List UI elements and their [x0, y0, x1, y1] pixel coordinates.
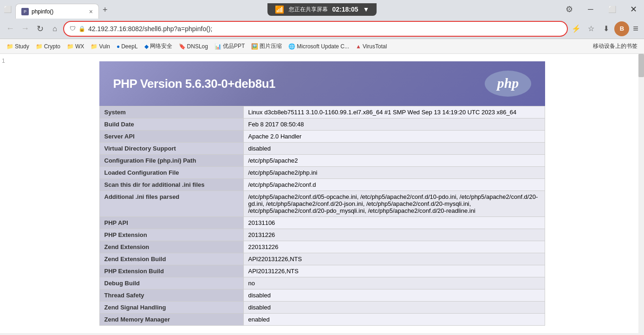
table-row-key: System [99, 106, 243, 118]
table-row-key: Zend Memory Manager [99, 314, 243, 326]
table-row-key: PHP API [99, 217, 243, 229]
bookmark-label: Study [15, 43, 29, 50]
table-row-value: /etc/php5/apache2/php.ini [243, 167, 545, 179]
bookmark-label: DeepL [121, 43, 137, 50]
tab-switcher-icon[interactable]: ⬜ [4, 6, 12, 13]
security-icon: 🛡 [70, 25, 76, 32]
table-row-value: 20131106 [243, 217, 545, 229]
active-tab[interactable]: P phpinfo() × [15, 4, 99, 19]
bookmark-label: WX [75, 43, 84, 50]
bookmark-study[interactable]: 📁 Study [4, 42, 32, 51]
url-text[interactable]: 42.192.37.16:8082/shell6.php?a=phpinfo()… [88, 25, 561, 33]
table-row-value: disabled [243, 302, 545, 314]
table-row-value: no [243, 277, 545, 289]
restore-button[interactable]: ⬜ [601, 0, 623, 19]
settings-icon[interactable]: ⚙ [559, 0, 580, 19]
bookmark-label: DNSLog [187, 43, 208, 50]
bookmark-deepl[interactable]: ● DeepL [114, 42, 141, 51]
table-row-key: Additional .ini files parsed [99, 191, 243, 217]
refresh-button[interactable]: ↻ [33, 22, 46, 35]
table-row-key: Zend Extension Build [99, 253, 243, 265]
table-row-key: Thread Safety [99, 289, 243, 302]
compress-icon: 🖼️ [251, 43, 258, 50]
bookmark-wangluo[interactable]: ◆ 网络安全 [142, 41, 175, 51]
phpinfo-table: SystemLinux d3cb8eb75111 3.10.0-1160.99.… [99, 106, 545, 326]
bookmark-microsoft[interactable]: 🌐 Microsoft Update C... [286, 42, 352, 51]
scrollbar-thumb[interactable] [638, 54, 644, 77]
table-row-value: Feb 8 2017 08:50:48 [243, 118, 545, 131]
line-number: 1 [2, 58, 5, 64]
table-row-value: enabled [243, 314, 545, 326]
table-row-key: PHP Extension [99, 229, 243, 241]
profile-button[interactable]: B [614, 21, 629, 36]
bookmark-label: VirusTotal [363, 43, 387, 50]
lock-icon: 🔒 [78, 26, 85, 32]
bookmark-wx[interactable]: 📁 WX [64, 42, 87, 51]
address-bar[interactable]: 🛡 🔒 42.192.37.16:8082/shell6.php?a=phpin… [63, 21, 568, 37]
page-content: 1 PHP Version 5.6.30-0+deb8u1 php System… [0, 54, 644, 333]
table-row-key: Zend Extension [99, 241, 243, 253]
sharing-time: 02:18:05 [332, 6, 358, 13]
folder-icon: 📁 [67, 43, 74, 50]
menu-button[interactable]: ≡ [631, 22, 640, 35]
table-row-value: API20131226,NTS [243, 265, 545, 277]
sharing-text: 您正在共享屏幕 [289, 6, 328, 13]
forward-button[interactable]: → [19, 22, 32, 35]
table-row-value: 20131226 [243, 229, 545, 241]
sharing-dropdown-icon[interactable]: ▼ [363, 6, 370, 13]
table-row-key: Virtual Directory Support [99, 143, 243, 155]
bookmark-crypto[interactable]: 📁 Crypto [33, 42, 63, 51]
folder-icon: 📁 [36, 43, 43, 50]
deepl-icon: ● [117, 43, 120, 50]
bookmark-virustotal[interactable]: ▲ VirusTotal [353, 42, 390, 51]
table-row-value: disabled [243, 143, 545, 155]
table-row-value: /etc/php5/apache2/conf.d [243, 179, 545, 191]
microsoft-icon: 🌐 [288, 43, 295, 50]
window-controls-left: ⬜ [4, 6, 12, 13]
table-row-key: Server API [99, 131, 243, 143]
home-button[interactable]: ⌂ [48, 22, 61, 35]
phpinfo-header: PHP Version 5.6.30-0+deb8u1 php [99, 61, 545, 106]
virustotal-icon: ▲ [356, 43, 361, 50]
bookmark-compress[interactable]: 🖼️ 图片压缩 [248, 41, 285, 51]
table-row-key: Build Date [99, 118, 243, 131]
table-row-value: Apache 2.0 Handler [243, 131, 545, 143]
favorites-button[interactable]: ☆ [585, 22, 598, 35]
table-row-value: 220131226 [243, 241, 545, 253]
table-row-value: /etc/php5/apache2 [243, 155, 545, 167]
tab-close-icon[interactable]: × [89, 8, 93, 15]
bookmark-label: 图片压缩 [260, 42, 282, 50]
svg-text:php: php [495, 75, 519, 91]
phpinfo-container: PHP Version 5.6.30-0+deb8u1 php SystemLi… [99, 61, 545, 326]
wangluo-icon: ◆ [144, 43, 149, 50]
bookmarks-bar: 📁 Study 📁 Crypto 📁 WX 📁 Vuln ● DeepL ◆ 网… [0, 39, 644, 54]
php-logo: php [485, 71, 531, 97]
new-tab-button[interactable]: + [101, 3, 110, 17]
table-row-key: PHP Extension Build [99, 265, 243, 277]
bookmark-label: Microsoft Update C... [297, 43, 349, 50]
close-button[interactable]: ✕ [623, 0, 644, 19]
phpinfo-title: PHP Version 5.6.30-0+deb8u1 [113, 77, 275, 91]
bookmark-label: Crypto [44, 43, 60, 50]
scrollbar-track[interactable] [638, 54, 644, 333]
bookmark-vuln[interactable]: 📁 Vuln [88, 42, 113, 51]
table-row-key: Scan this dir for additional .ini files [99, 179, 243, 191]
downloads-button[interactable]: ⬇ [599, 22, 612, 35]
folder-icon: 📁 [91, 43, 98, 50]
bookmark-ppt[interactable]: 📊 优品PPT [212, 41, 247, 51]
table-row-value: API220131226,NTS [243, 253, 545, 265]
table-row-key: Configuration File (php.ini) Path [99, 155, 243, 167]
bookmark-label: Vuln [99, 43, 110, 50]
table-row-key: Debug Build [99, 277, 243, 289]
bookmark-dnslog[interactable]: 🔖 DNSLog [176, 42, 211, 51]
mobile-bookmarks[interactable]: 移动设备上的书签 [590, 41, 640, 51]
table-row-key: Loaded Configuration File [99, 167, 243, 179]
minimize-button[interactable]: ─ [580, 0, 601, 19]
table-row-value: /etc/php5/apache2/conf.d/05-opcache.ini,… [243, 191, 545, 217]
tab-favicon: P [21, 8, 29, 15]
folder-icon: 📁 [7, 43, 13, 50]
tab-title: phpinfo() [32, 8, 86, 15]
window-controls-right: ⚙ ─ ⬜ ✕ [559, 0, 644, 19]
extensions-button[interactable]: ⚡ [570, 22, 583, 35]
back-button[interactable]: ← [4, 22, 17, 35]
